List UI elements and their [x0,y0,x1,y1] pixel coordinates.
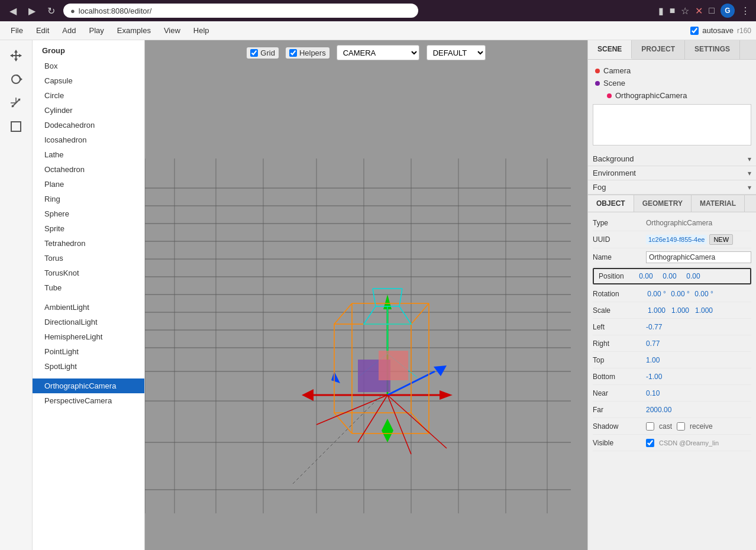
type-label: Type [593,219,646,227]
fog-row[interactable]: Fog ▾ [588,180,756,195]
menu-help[interactable]: Help [188,24,215,37]
tab-settings[interactable]: SETTINGS [685,40,740,59]
tab-material[interactable]: MATERIAL [692,195,745,212]
svg-line-50 [334,413,352,433]
menu-add[interactable]: Add [56,24,82,37]
menu-view[interactable]: View [158,24,186,37]
address-bar[interactable]: ● localhost:8080/editor/ [63,4,418,18]
dropdown-pointlight[interactable]: PointLight [33,344,144,359]
name-input[interactable] [646,251,751,263]
nav-back-button[interactable]: ◀ [6,3,20,19]
avatar[interactable]: G [721,4,735,18]
scene-tree-scene[interactable]: Scene [590,77,754,89]
scale-tool-button[interactable] [5,92,27,114]
helpers-checkbox[interactable] [289,49,297,57]
svg-line-51 [411,413,429,433]
dropdown-hemispherelight[interactable]: HemisphereLight [33,329,144,344]
rect-tool-button[interactable] [5,116,27,137]
dropdown-capsule[interactable]: Capsule [33,73,144,88]
pos-x: 0.00 [635,272,657,280]
type-row: Type OrthographicCamera [593,215,751,231]
environment-row[interactable]: Environment ▾ [588,166,756,180]
dropdown-sphere[interactable]: Sphere [33,206,144,221]
dropdown-torus[interactable]: Torus [33,251,144,266]
dropdown-sprite[interactable]: Sprite [33,221,144,236]
shadow-label: Shadow [593,422,646,431]
svg-line-59 [373,289,376,306]
dropdown-directionallight[interactable]: DirectionalLight [33,315,144,329]
dropdown-ambientlight[interactable]: AmbientLight [33,300,144,315]
tab-geometry[interactable]: GEOMETRY [634,195,692,212]
shadow-receive-checkbox[interactable] [677,422,685,431]
star-icon[interactable]: ☆ [681,5,689,17]
grid-svg [145,40,587,550]
svg-marker-45 [302,389,314,401]
nav-forward-button[interactable]: ▶ [25,3,39,19]
puzzle-icon[interactable]: □ [709,5,715,16]
grid-helpers: Grid Helpers [247,47,329,59]
camera-select[interactable]: CAMERA Front Side Top [337,45,419,60]
menu-examples[interactable]: Examples [111,24,157,37]
helpers-label[interactable]: Helpers [286,47,329,59]
dropdown-tetrahedron[interactable]: Tetrahedron [33,236,144,251]
dropdown-dodecahedron[interactable]: Dodecahedron [33,118,144,132]
dropdown-orthographiccamera[interactable]: OrthographicCamera [33,378,144,393]
position-label: Position [594,272,635,280]
far-value: 2000.00 [646,406,671,414]
right-value: 0.77 [646,339,660,348]
visible-checkbox[interactable] [646,439,654,447]
grid-label[interactable]: Grid [247,47,279,59]
fog-chevron: ▾ [748,183,751,192]
more-icon[interactable]: ⋮ [741,5,750,17]
dropdown-panel: Group Box Capsule Circle Cylinder Dodeca… [33,40,145,550]
shadow-cast-checkbox[interactable] [646,422,654,431]
right-row: Right 0.77 [593,335,751,352]
close-x-icon[interactable]: ✕ [695,5,703,17]
rot-x: 0.00 ° [646,290,667,298]
dropdown-icosahedron[interactable]: Icosahedron [33,132,144,147]
mode-select[interactable]: DEFAULT Wireframe [427,45,486,60]
viewport[interactable]: Grid Helpers CAMERA Front Side Top DEFAU… [145,40,587,550]
menu-play[interactable]: Play [83,24,110,37]
autosave-label: autosave [702,26,734,35]
top-row: Top 1.00 [593,352,751,368]
shadow-cast-label: cast [659,422,672,431]
svg-marker-4 [10,54,13,57]
menu-edit[interactable]: Edit [30,24,55,37]
dropdown-circle[interactable]: Circle [33,88,144,103]
extensions-icon[interactable]: ■ [670,5,676,16]
top-label: Top [593,356,646,364]
dropdown-box[interactable]: Box [33,59,144,73]
dropdown-lathe[interactable]: Lathe [33,147,144,162]
menu-file[interactable]: File [5,24,29,37]
grid-checkbox[interactable] [250,49,258,57]
dropdown-cylinder[interactable]: Cylinder [33,103,144,118]
near-value: 0.10 [646,389,660,397]
scene-tree-camera[interactable]: Camera [590,64,754,77]
dropdown-plane[interactable]: Plane [33,177,144,192]
scene-tree-orthocamera[interactable]: OrthographicCamera [590,89,754,102]
scene-textarea[interactable] [593,104,751,145]
url-text: localhost:8080/editor/ [79,7,152,15]
dropdown-perspectivecamera[interactable]: PerspectiveCamera [33,393,144,408]
chrome-icons: ▮ ■ ☆ ✕ □ G ⋮ [658,4,750,18]
svg-rect-15 [145,40,587,550]
nav-reload-button[interactable]: ↻ [44,3,59,19]
dropdown-tube[interactable]: Tube [33,280,144,295]
dropdown-octahedron[interactable]: Octahedron [33,162,144,177]
tab-project[interactable]: PROJECT [632,40,685,59]
tab-scene[interactable]: SCENE [588,40,632,59]
autosave-checkbox[interactable] [690,27,699,35]
cast-icon[interactable]: ▮ [658,5,664,17]
tab-object[interactable]: OBJECT [588,195,634,212]
translate-tool-button[interactable] [5,45,27,66]
svg-rect-49 [334,324,411,413]
background-row[interactable]: Background ▾ [588,152,756,166]
dropdown-spotlight[interactable]: SpotLight [33,359,144,374]
rotate-tool-button[interactable] [5,69,27,90]
orthocamera-label: OrthographicCamera [615,91,687,100]
uuid-new-button[interactable]: NEW [709,234,733,245]
dropdown-ring[interactable]: Ring [33,192,144,206]
svg-line-70 [387,395,411,454]
dropdown-torusknot[interactable]: TorusKnot [33,266,144,280]
